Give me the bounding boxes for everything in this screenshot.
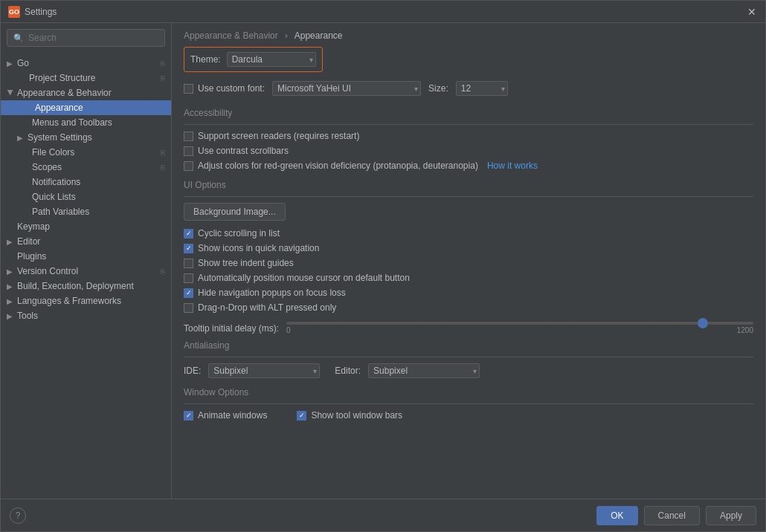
editor-aa-select-wrapper: Subpixel Greyscale None ▾ — [368, 363, 480, 378]
show-tool-bars-checkbox[interactable] — [297, 411, 306, 421]
drag-drop-checkbox[interactable] — [184, 303, 193, 313]
ide-aa-select-wrapper: Subpixel Greyscale None ▾ — [208, 363, 320, 378]
arrow-icon: ▶ — [7, 59, 14, 68]
option-cyclic-scrolling: Cyclic scrolling in list — [184, 228, 753, 239]
sidebar-item-file-colors[interactable]: File Colors ⎘ — [1, 145, 171, 160]
sidebar-item-label: File Colors — [32, 147, 74, 158]
apply-button[interactable]: Apply — [706, 506, 756, 525]
sidebar-item-label: Plugins — [17, 251, 46, 262]
sidebar-item-plugins[interactable]: Plugins — [1, 249, 171, 264]
font-select[interactable]: Microsoft YaHei UI — [272, 81, 421, 96]
help-button[interactable]: ? — [10, 507, 26, 524]
sidebar-item-project-structure[interactable]: Project Structure ⎘ — [1, 71, 171, 85]
custom-font-label: Use custom font: — [198, 83, 265, 94]
screen-readers-checkbox[interactable] — [184, 132, 193, 141]
option-auto-mouse: Automatically position mouse cursor on d… — [184, 273, 753, 283]
editor-aa-label: Editor: — [335, 366, 361, 376]
arrow-icon: ▶ — [7, 238, 14, 246]
tree-indent-checkbox[interactable] — [184, 259, 193, 268]
contrast-scrollbars-label: Use contrast scrollbars — [198, 146, 289, 156]
sidebar-item-menus-toolbars[interactable]: Menus and Toolbars — [1, 115, 171, 130]
size-select-wrapper: 12 10 11 13 14 ▾ — [456, 81, 508, 96]
animate-windows-checkbox[interactable] — [184, 411, 193, 421]
breadcrumb-sep: › — [285, 30, 288, 41]
screen-readers-label: Support screen readers (requires restart… — [198, 131, 359, 141]
cancel-button[interactable]: Cancel — [644, 506, 700, 525]
ide-aa-select[interactable]: Subpixel Greyscale None — [208, 363, 320, 378]
copy-icon: ⎘ — [161, 74, 165, 82]
auto-mouse-label: Automatically position mouse cursor on d… — [198, 273, 410, 283]
sidebar-item-keymap[interactable]: Keymap — [1, 219, 171, 234]
option-tree-indent: Show tree indent guides — [184, 258, 753, 268]
drag-drop-label: Drag-n-Drop with ALT pressed only — [198, 302, 336, 313]
sidebar-item-tools[interactable]: ▶ Tools — [1, 308, 171, 323]
sidebar-item-label: Languages & Frameworks — [17, 296, 121, 306]
sidebar-item-appearance[interactable]: Appearance — [1, 100, 171, 115]
search-icon: 🔍 — [13, 33, 24, 43]
sidebar-item-system-settings[interactable]: ▶ System Settings — [1, 130, 171, 145]
size-select[interactable]: 12 10 11 13 14 — [456, 81, 508, 96]
theme-row: Theme: Darcula High contrast IntelliJ Li… — [184, 47, 323, 72]
sidebar-item-label: Build, Execution, Deployment — [17, 281, 134, 291]
sidebar-item-scopes[interactable]: Scopes ⎘ — [1, 160, 171, 175]
sidebar-item-label: Menus and Toolbars — [32, 117, 112, 128]
sidebar-item-path-variables[interactable]: Path Variables — [1, 204, 171, 219]
cyclic-scrolling-checkbox[interactable] — [184, 229, 193, 239]
how-it-works-link[interactable]: How it works — [487, 160, 538, 171]
background-image-button[interactable]: Background Image... — [184, 203, 286, 221]
close-button[interactable]: ✕ — [746, 6, 758, 18]
sidebar-item-label: Go — [17, 58, 29, 68]
sidebar-item-label: Path Variables — [32, 207, 89, 217]
slider-labels: 0 1200 — [286, 326, 753, 334]
theme-select-wrapper: Darcula High contrast IntelliJ Light ▾ — [227, 52, 316, 67]
copy-icon: ⎘ — [161, 149, 165, 157]
sidebar-item-go[interactable]: ▶ Go ⎘ — [1, 56, 171, 71]
font-select-wrapper: Microsoft YaHei UI ▾ — [272, 81, 421, 96]
antialiasing-title: Antialiasing — [184, 340, 753, 351]
option-hide-nav: Hide navigation popups on focus loss — [184, 288, 753, 298]
slider-container: 0 1200 — [286, 322, 753, 334]
sidebar-item-quick-lists[interactable]: Quick Lists — [1, 189, 171, 204]
custom-font-checkbox-label[interactable]: Use custom font: — [184, 83, 265, 94]
option-screen-readers: Support screen readers (requires restart… — [184, 131, 753, 141]
sidebar-item-appearance-behavior[interactable]: ▶ Appearance & Behavior — [1, 85, 171, 100]
ui-options-title: UI Options — [184, 180, 753, 190]
show-icons-checkbox[interactable] — [184, 244, 193, 253]
sidebar-item-label: Appearance & Behavior — [17, 88, 112, 98]
search-input[interactable] — [28, 33, 158, 43]
sidebar-item-label: Project Structure — [29, 73, 95, 83]
theme-select[interactable]: Darcula High contrast IntelliJ Light — [227, 52, 316, 67]
settings-window: GO Settings ✕ 🔍 ▶ Go ⎘ Project Structur — [0, 0, 766, 532]
color-deficiency-label: Adjust colors for red-green vision defic… — [198, 160, 478, 171]
tooltip-label: Tooltip initial delay (ms): — [184, 323, 279, 334]
arrow-icon: ▶ — [17, 134, 25, 142]
sidebar-item-label: Keymap — [17, 221, 50, 232]
titlebar: GO Settings ✕ — [1, 1, 765, 23]
accessibility-options: Support screen readers (requires restart… — [184, 131, 753, 171]
contrast-scrollbars-checkbox[interactable] — [184, 146, 193, 156]
color-deficiency-checkbox[interactable] — [184, 161, 193, 171]
ok-button[interactable]: OK — [596, 506, 637, 525]
hide-nav-checkbox[interactable] — [184, 288, 193, 298]
copy-icon: ⎘ — [161, 267, 165, 276]
main-content: 🔍 ▶ Go ⎘ Project Structure ⎘ ▶ — [1, 23, 765, 499]
sidebar-item-label: Editor — [17, 236, 40, 247]
sidebar-item-version-control[interactable]: ▶ Version Control ⎘ — [1, 264, 171, 279]
accessibility-divider — [184, 124, 753, 125]
search-box[interactable]: 🔍 — [7, 29, 165, 47]
sidebar-item-notifications[interactable]: Notifications — [1, 175, 171, 189]
footer: ? OK Cancel Apply — [1, 499, 765, 531]
ide-aa-label: IDE: — [184, 366, 201, 376]
editor-aa-select[interactable]: Subpixel Greyscale None — [368, 363, 480, 378]
auto-mouse-checkbox[interactable] — [184, 273, 193, 283]
tooltip-slider[interactable] — [286, 322, 753, 325]
copy-icon: ⎘ — [161, 163, 165, 172]
option-contrast-scrollbars: Use contrast scrollbars — [184, 146, 753, 156]
sidebar-item-editor[interactable]: ▶ Editor — [1, 234, 171, 249]
sidebar-item-languages-frameworks[interactable]: ▶ Languages & Frameworks — [1, 293, 171, 308]
sidebar-item-build-execution[interactable]: ▶ Build, Execution, Deployment — [1, 279, 171, 293]
ui-options-list: Cyclic scrolling in list Show icons in q… — [184, 228, 753, 313]
breadcrumb-current: Appearance — [295, 30, 343, 41]
theme-label: Theme: — [190, 54, 221, 65]
custom-font-checkbox[interactable] — [184, 84, 193, 94]
